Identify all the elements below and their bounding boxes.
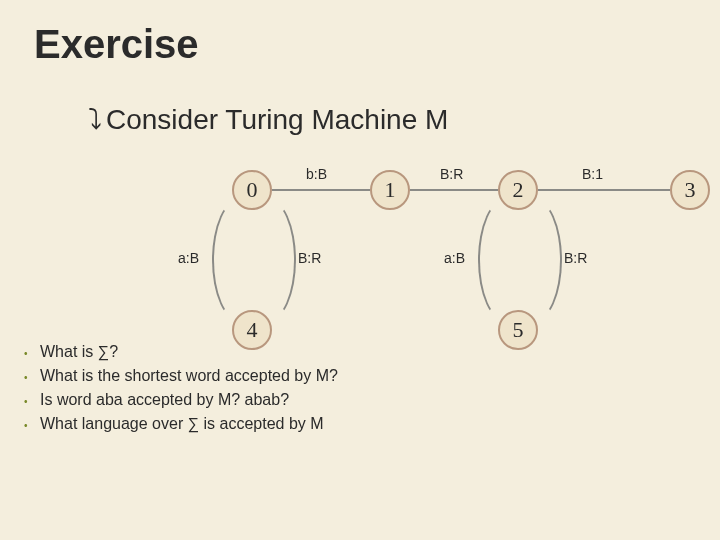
state-0: 0: [232, 170, 272, 210]
edge-2-3: [538, 189, 670, 191]
label-1-2: B:R: [440, 166, 463, 182]
label-2-3: B:1: [582, 166, 603, 182]
tm-diagram: 0 1 2 3 b:B B:R B:1 4 5 a:B B:R a:B B:R: [0, 0, 720, 540]
list-item: What is ∑?: [24, 340, 584, 364]
question-list: What is ∑? What is the shortest word acc…: [24, 340, 584, 436]
label-0-4: a:B: [178, 250, 199, 266]
state-2: 2: [498, 170, 538, 210]
label-5-2: B:R: [564, 250, 587, 266]
label-2-5: a:B: [444, 250, 465, 266]
swirl-icon: ⤵: [88, 104, 102, 135]
arc-2-5-left: [478, 198, 534, 322]
label-4-0: B:R: [298, 250, 321, 266]
arc-4-0-right: [240, 198, 296, 322]
page-title: Exercise: [34, 22, 199, 67]
state-1: 1: [370, 170, 410, 210]
list-item: What is the shortest word accepted by M?: [24, 364, 584, 388]
list-item: What language over ∑ is accepted by M: [24, 412, 584, 436]
state-3: 3: [670, 170, 710, 210]
label-0-1: b:B: [306, 166, 327, 182]
arc-5-2-right: [506, 198, 562, 322]
arc-0-4-left: [212, 198, 268, 322]
edge-1-2: [410, 189, 498, 191]
list-item: Is word aba accepted by M? abab?: [24, 388, 584, 412]
subhead: ⤵Consider Turing Machine M: [88, 104, 448, 136]
edge-0-1: [272, 189, 370, 191]
subhead-text: Consider Turing Machine M: [106, 104, 448, 135]
